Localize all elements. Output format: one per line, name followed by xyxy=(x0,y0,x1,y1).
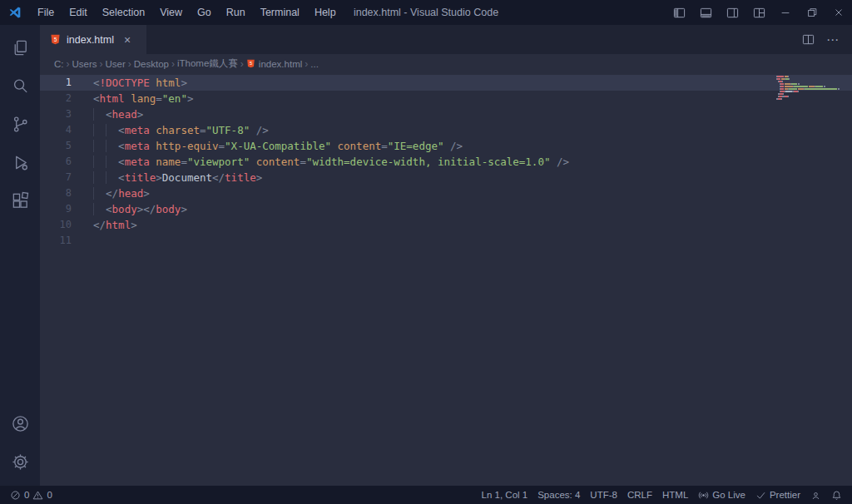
menu-view[interactable]: View xyxy=(152,0,190,25)
menu-bar: File Edit Selection View Go Run Terminal… xyxy=(30,0,344,25)
breadcrumb-item-users[interactable]: Users xyxy=(72,59,97,69)
menu-terminal[interactable]: Terminal xyxy=(253,0,307,25)
line-number: 10 xyxy=(40,217,93,233)
menu-edit[interactable]: Edit xyxy=(62,0,95,25)
error-count: 0 xyxy=(24,490,29,500)
explorer-icon[interactable] xyxy=(0,28,40,67)
cursor-position[interactable]: Ln 1, Col 1 xyxy=(477,486,533,504)
error-icon xyxy=(10,490,21,501)
prettier-button[interactable]: Prettier xyxy=(750,486,805,504)
run-debug-icon[interactable] xyxy=(0,143,40,181)
more-actions-icon[interactable]: ⋯ xyxy=(822,29,844,51)
minimap-line xyxy=(776,86,850,87)
menu-selection[interactable]: Selection xyxy=(95,0,152,25)
menu-run[interactable]: Run xyxy=(219,0,253,25)
editor-group: 5 index.html × ⋯ C: › Users › User xyxy=(40,25,852,486)
tab-index-html[interactable]: 5 index.html × xyxy=(40,25,146,54)
source-control-icon[interactable] xyxy=(0,105,40,143)
breadcrumb-item-user[interactable]: User xyxy=(106,59,126,69)
window-controls xyxy=(666,0,852,25)
breadcrumb-item-drive[interactable]: C: xyxy=(54,59,64,69)
code-text: <meta name="viewport" content="width=dev… xyxy=(93,154,852,170)
minimap-line xyxy=(776,88,850,90)
breadcrumb-item-folder[interactable]: iThome鐵人賽 xyxy=(177,57,238,70)
breadcrumb-item-desktop[interactable]: Desktop xyxy=(134,59,169,69)
code-line[interactable]: 5 <meta http-equiv="X-UA-Compatible" con… xyxy=(40,138,852,154)
eol-setting[interactable]: CRLF xyxy=(622,486,657,504)
language-mode[interactable]: HTML xyxy=(657,486,693,504)
html5-file-icon: 5 xyxy=(50,34,61,45)
code-text: </html> xyxy=(93,217,852,233)
menu-go[interactable]: Go xyxy=(190,0,219,25)
problems-indicator[interactable]: 0 0 xyxy=(5,486,57,504)
main-area: 5 index.html × ⋯ C: › Users › User xyxy=(0,25,852,486)
encoding-setting[interactable]: UTF-8 xyxy=(585,486,622,504)
warning-count: 0 xyxy=(47,490,52,500)
code-line[interactable]: 10</html> xyxy=(40,217,852,233)
breadcrumb-separator: › xyxy=(240,58,244,70)
breadcrumb-item-file[interactable]: 5 index.html xyxy=(246,59,302,69)
code-text: </head> xyxy=(93,185,852,201)
settings-gear-icon[interactable] xyxy=(0,442,40,481)
line-number: 6 xyxy=(40,154,93,170)
menu-help[interactable]: Help xyxy=(307,0,344,25)
minimap-line xyxy=(776,93,850,95)
customize-layout-icon[interactable] xyxy=(746,0,772,25)
toggle-panel-icon[interactable] xyxy=(692,0,719,25)
minimap-line xyxy=(776,81,850,82)
tab-bar: 5 index.html × ⋯ xyxy=(40,25,852,54)
accounts-icon[interactable] xyxy=(0,404,40,442)
minimap-line xyxy=(776,91,850,92)
prettier-label: Prettier xyxy=(770,490,800,500)
line-number: 9 xyxy=(40,201,93,217)
go-live-button[interactable]: Go Live xyxy=(693,486,750,504)
restore-icon[interactable] xyxy=(799,0,825,25)
breadcrumb-separator: › xyxy=(128,58,131,70)
code-editor[interactable]: 1<!DOCTYPE html>2<html lang="en">3 <head… xyxy=(40,73,852,486)
code-text: <title>Document</title> xyxy=(93,170,852,185)
minimap[interactable] xyxy=(776,76,850,103)
vscode-window: File Edit Selection View Go Run Terminal… xyxy=(0,0,852,504)
toggle-secondary-sidebar-icon[interactable] xyxy=(719,0,746,25)
indentation-setting[interactable]: Spaces: 4 xyxy=(532,486,585,504)
notifications-bell-icon[interactable] xyxy=(826,486,847,504)
code-line[interactable]: 11 xyxy=(40,233,852,249)
check-icon xyxy=(755,490,766,501)
breadcrumb-file-label: index.html xyxy=(259,59,302,69)
search-icon[interactable] xyxy=(0,67,40,105)
go-live-label: Go Live xyxy=(712,490,746,500)
line-number: 7 xyxy=(40,170,93,185)
breadcrumb-item-symbol[interactable]: ... xyxy=(310,59,319,69)
activity-bar xyxy=(0,25,40,486)
code-line[interactable]: 3 <head> xyxy=(40,106,852,122)
code-line[interactable]: 7 <title>Document</title> xyxy=(40,170,852,185)
minimize-icon[interactable] xyxy=(772,0,799,25)
code-line[interactable]: 8 </head> xyxy=(40,185,852,201)
code-text: <meta http-equiv="X-UA-Compatible" conte… xyxy=(93,138,852,154)
status-bar: 0 0 Ln 1, Col 1 Spaces: 4 UTF-8 CRLF HTM… xyxy=(0,486,852,504)
code-lines: 1<!DOCTYPE html>2<html lang="en">3 <head… xyxy=(40,75,852,249)
editor-actions: ⋯ xyxy=(797,25,852,54)
line-number: 1 xyxy=(40,75,93,91)
vscode-logo-icon xyxy=(0,6,30,19)
code-line[interactable]: 4 <meta charset="UTF-8" /> xyxy=(40,122,852,138)
minimap-line xyxy=(776,98,850,100)
close-icon[interactable] xyxy=(825,0,852,25)
minimap-line xyxy=(776,96,850,97)
code-text xyxy=(93,233,852,249)
code-line[interactable]: 2<html lang="en"> xyxy=(40,91,852,106)
extensions-icon[interactable] xyxy=(0,181,40,220)
code-line[interactable]: 6 <meta name="viewport" content="width=d… xyxy=(40,154,852,170)
feedback-icon[interactable] xyxy=(805,486,826,504)
activity-bar-bottom xyxy=(0,404,40,486)
tab-close-icon[interactable]: × xyxy=(120,32,135,47)
broadcast-icon xyxy=(698,490,709,501)
breadcrumb-separator: › xyxy=(67,58,70,70)
line-number: 5 xyxy=(40,138,93,154)
code-line[interactable]: 1<!DOCTYPE html> xyxy=(40,75,852,91)
code-line[interactable]: 9 <body></body> xyxy=(40,201,852,217)
menu-file[interactable]: File xyxy=(30,0,62,25)
toggle-sidebar-icon[interactable] xyxy=(666,0,692,25)
title-bar: File Edit Selection View Go Run Terminal… xyxy=(0,0,852,25)
split-editor-icon[interactable] xyxy=(797,29,819,51)
